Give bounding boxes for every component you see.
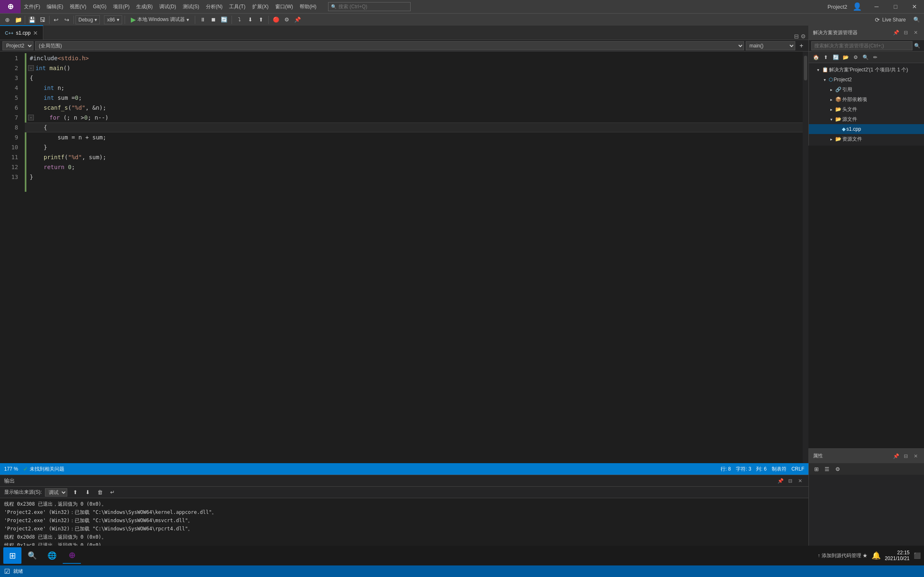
search-box[interactable]: 🔍 — [328, 2, 411, 11]
toolbar-stepover-btn[interactable]: ⤵ — [234, 15, 244, 25]
toolbar-stop-btn[interactable]: ⏹ — [208, 15, 218, 25]
prop-btn1[interactable]: ⊞ — [811, 464, 821, 474]
toolbar-undo-btn[interactable]: ↩ — [51, 15, 61, 25]
menu-edit[interactable]: 编辑(E) — [43, 0, 66, 13]
taskbar-browser-btn[interactable]: 🌐 — [43, 547, 61, 564]
prop-close-btn[interactable]: ✕ — [912, 452, 920, 460]
se-tb-btn1[interactable]: 🏠 — [811, 53, 820, 62]
menu-help[interactable]: 帮助(H) — [296, 0, 320, 13]
tree-item-external[interactable]: ▸ 📦 外部依赖项 — [809, 94, 924, 104]
se-float-btn[interactable]: ⊟ — [902, 28, 910, 37]
output-float-btn[interactable]: ⊟ — [786, 477, 794, 485]
taskbar-notification-icon[interactable]: ⬛ — [914, 552, 921, 559]
status-row[interactable]: 行: 8 — [721, 466, 731, 473]
tree-item-s1cpp[interactable]: ▸ ◆ s1.cpp — [809, 124, 924, 134]
minimize-button[interactable]: ─ — [867, 0, 886, 13]
prop-float-btn[interactable]: ⊟ — [902, 452, 910, 460]
search-input[interactable] — [338, 4, 404, 9]
status-tab[interactable]: 制表符 — [772, 466, 787, 473]
output-down-btn[interactable]: ⬇ — [83, 488, 92, 497]
menu-git[interactable]: Git(G) — [90, 0, 110, 13]
platform-dropdown[interactable]: x86 ▾ — [104, 15, 122, 24]
menu-tools[interactable]: 工具(T) — [226, 0, 248, 13]
status-encoding[interactable]: CRLF — [792, 466, 804, 472]
tree-item-sources[interactable]: ▾ 📂 源文件 — [809, 114, 924, 124]
taskbar-start-btn[interactable]: ⊞ — [3, 547, 21, 564]
taskbar-search-btn[interactable]: 🔍 — [23, 547, 41, 564]
menu-file[interactable]: 文件(F) — [21, 0, 43, 13]
menu-extensions[interactable]: 扩展(X) — [249, 0, 272, 13]
output-pin-btn[interactable]: 📌 — [776, 477, 785, 485]
tree-item-resources[interactable]: ▸ 📂 资源文件 — [809, 134, 924, 144]
menu-debug[interactable]: 调试(D) — [156, 0, 180, 13]
editor-scrollbar[interactable] — [803, 52, 808, 463]
fold-for-icon[interactable]: - — [28, 115, 34, 120]
toolbar-saveall-btn[interactable]: 🖫 — [38, 15, 47, 25]
fold-main-icon[interactable]: - — [28, 65, 34, 71]
toolbar-bp3-btn[interactable]: 📌 — [293, 15, 302, 25]
se-search-btn[interactable]: 🔍 — [912, 41, 922, 50]
tree-item-solution[interactable]: ▾ 📋 解决方案'Project2'(1 个项目/共 1 个) — [809, 65, 924, 75]
output-close-btn[interactable]: ✕ — [796, 477, 804, 485]
menu-window[interactable]: 窗口(W) — [272, 0, 296, 13]
se-close-btn[interactable]: ✕ — [912, 28, 920, 37]
file-path-add-btn[interactable]: + — [797, 41, 806, 50]
toolbar-stepin-btn[interactable]: ⬇ — [245, 15, 255, 25]
live-share-button[interactable]: ⟳ Live Share — [870, 14, 911, 26]
taskbar-bell-icon[interactable]: 🔔 — [872, 551, 881, 560]
prop-btn3[interactable]: ⚙ — [833, 464, 843, 474]
output-source-select[interactable]: 调试 — [45, 488, 67, 497]
code-line-8[interactable]: { — [25, 122, 803, 132]
toolbar-stepout-btn[interactable]: ⬆ — [256, 15, 266, 25]
toolbar-redo-btn[interactable]: ↪ — [62, 15, 72, 25]
prop-btn2[interactable]: ☰ — [822, 464, 832, 474]
avatar[interactable]: 👤 — [851, 0, 864, 13]
maximize-button[interactable]: □ — [886, 0, 905, 13]
status-zoom[interactable]: 177 % — [4, 466, 18, 472]
toolbar-search-icon[interactable]: 🔍 — [912, 15, 922, 25]
code-lines[interactable]: #include<stdio.h> - int main () { int n — [25, 52, 803, 463]
menu-build[interactable]: 生成(B) — [133, 0, 156, 13]
menu-analyze[interactable]: 分析(N) — [203, 0, 226, 13]
tab-settings-icon[interactable]: ⚙ — [801, 33, 806, 40]
toolbar-save-btn[interactable]: 💾 — [27, 15, 37, 25]
se-tb-btn3[interactable]: 🔄 — [831, 53, 840, 62]
se-tb-btn4[interactable]: 📂 — [841, 53, 850, 62]
tree-item-project[interactable]: ▾ ⬡ Project2 — [809, 75, 924, 85]
status-col[interactable]: 列: 6 — [756, 466, 766, 473]
tab-s1cpp[interactable]: C++ s1.cpp ✕ — [0, 25, 43, 40]
tab-panel-icon[interactable]: ⊟ — [794, 33, 799, 40]
prop-pin-btn[interactable]: 📌 — [892, 452, 900, 460]
output-clear-btn[interactable]: 🗑 — [95, 488, 104, 497]
output-wrap-btn[interactable]: ↵ — [108, 488, 117, 497]
status-char[interactable]: 字符: 3 — [736, 466, 751, 473]
menu-view[interactable]: 视图(V) — [66, 0, 90, 13]
se-search-input[interactable] — [811, 41, 912, 50]
toolbar-bp2-btn[interactable]: ⚙ — [282, 15, 292, 25]
run-button[interactable]: ▶ 本地 Windows 调试器 ▾ — [128, 15, 192, 25]
taskbar-add-source[interactable]: ↑ 添加到源代码管理 ★ — [818, 552, 867, 559]
se-tb-btn7[interactable]: ✏ — [871, 53, 880, 62]
menu-test[interactable]: 测试(S) — [180, 0, 203, 13]
output-up-btn[interactable]: ⬆ — [71, 488, 80, 497]
close-button[interactable]: ✕ — [905, 0, 924, 13]
se-tb-btn6[interactable]: 🔍 — [861, 53, 870, 62]
taskbar-vs-btn[interactable]: ⊕ — [63, 547, 81, 564]
se-tb-btn2[interactable]: ⬆ — [821, 53, 830, 62]
tab-close-icon[interactable]: ✕ — [33, 30, 38, 36]
toolbar-pause-btn[interactable]: ⏸ — [198, 15, 208, 25]
tree-item-headers[interactable]: ▸ 📂 头文件 — [809, 104, 924, 114]
scope-selector[interactable]: (全局范围) — [35, 41, 744, 50]
scrollbar-thumb[interactable] — [804, 56, 807, 80]
se-pin-btn[interactable]: 📌 — [892, 28, 900, 37]
symbol-selector[interactable]: main() — [746, 41, 795, 50]
se-tb-btn5[interactable]: ⚙ — [851, 53, 860, 62]
tree-item-references[interactable]: ▸ 🔗 引用 — [809, 85, 924, 94]
project-selector[interactable]: Project2 — [2, 41, 33, 50]
toolbar-open-btn[interactable]: 📁 — [13, 15, 23, 25]
debug-dropdown[interactable]: Debug ▾ — [76, 15, 100, 24]
toolbar-new-btn[interactable]: ⊕ — [2, 15, 12, 25]
menu-project[interactable]: 项目(P) — [110, 0, 133, 13]
toolbar-restart-btn[interactable]: 🔄 — [219, 15, 229, 25]
toolbar-bp-btn[interactable]: 🔴 — [271, 15, 281, 25]
